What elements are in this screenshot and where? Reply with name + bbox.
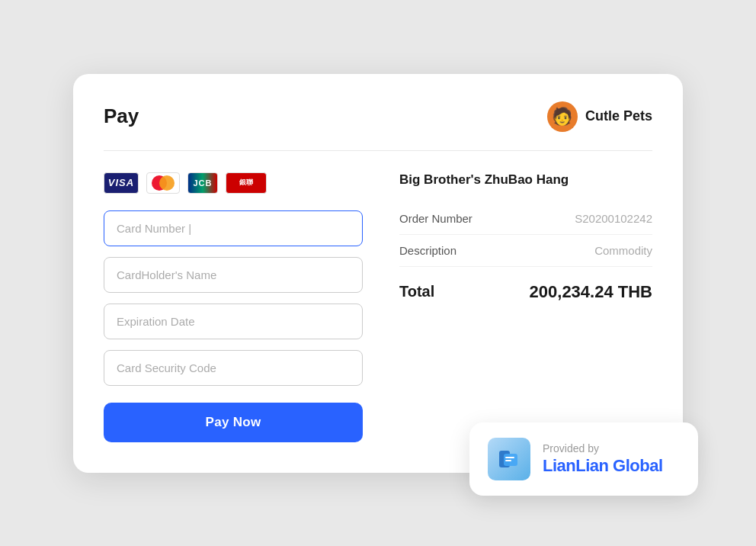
provider-card: Provided by LianLian Global bbox=[469, 422, 698, 496]
user-info: 🧑 Cutle Pets bbox=[547, 101, 652, 132]
user-name: Cutle Pets bbox=[585, 108, 652, 124]
payment-card: Pay 🧑 Cutle Pets VISA JCB 銀聯 bbox=[73, 74, 683, 473]
merchant-name: Big Brother's ZhuBao Hang bbox=[399, 172, 652, 188]
order-number-label: Order Number bbox=[399, 212, 472, 225]
order-number-row: Order Number S20200102242 bbox=[399, 203, 652, 235]
avatar: 🧑 bbox=[547, 101, 578, 132]
right-panel: Big Brother's ZhuBao Hang Order Number S… bbox=[399, 172, 652, 442]
header: Pay 🧑 Cutle Pets bbox=[104, 101, 652, 132]
jcb-icon: JCB bbox=[187, 172, 218, 194]
mastercard-icon bbox=[146, 172, 180, 194]
order-number-value: S20200102242 bbox=[575, 212, 652, 225]
expiration-group bbox=[104, 304, 363, 339]
description-row: Description Commodity bbox=[399, 235, 652, 267]
svg-rect-2 bbox=[505, 457, 514, 458]
left-panel: VISA JCB 銀聯 bbox=[104, 172, 363, 442]
visa-icon: VISA bbox=[104, 172, 139, 194]
card-number-input[interactable] bbox=[104, 210, 363, 246]
total-value: 200,234.24 THB bbox=[530, 282, 652, 302]
provider-logo-icon bbox=[488, 438, 530, 480]
total-row: Total 200,234.24 THB bbox=[399, 267, 652, 302]
payment-icons: VISA JCB 銀聯 bbox=[104, 172, 363, 194]
header-divider bbox=[104, 150, 652, 151]
expiration-input[interactable] bbox=[104, 304, 363, 339]
svg-rect-3 bbox=[505, 460, 511, 461]
provider-by-label: Provided by bbox=[543, 442, 663, 454]
cardholder-input[interactable] bbox=[104, 257, 363, 293]
page-title: Pay bbox=[104, 104, 139, 128]
card-number-group bbox=[104, 210, 363, 246]
provider-name: LianLian Global bbox=[543, 456, 663, 476]
main-content: VISA JCB 銀聯 bbox=[104, 172, 652, 442]
description-label: Description bbox=[399, 244, 456, 257]
total-label: Total bbox=[399, 283, 434, 300]
cardholder-group bbox=[104, 257, 363, 293]
description-value: Commodity bbox=[594, 244, 652, 257]
pay-now-button[interactable]: Pay Now bbox=[104, 403, 363, 442]
unionpay-icon: 銀聯 bbox=[226, 172, 267, 194]
provider-text: Provided by LianLian Global bbox=[543, 442, 663, 476]
security-code-group bbox=[104, 350, 363, 386]
security-code-input[interactable] bbox=[104, 350, 363, 386]
